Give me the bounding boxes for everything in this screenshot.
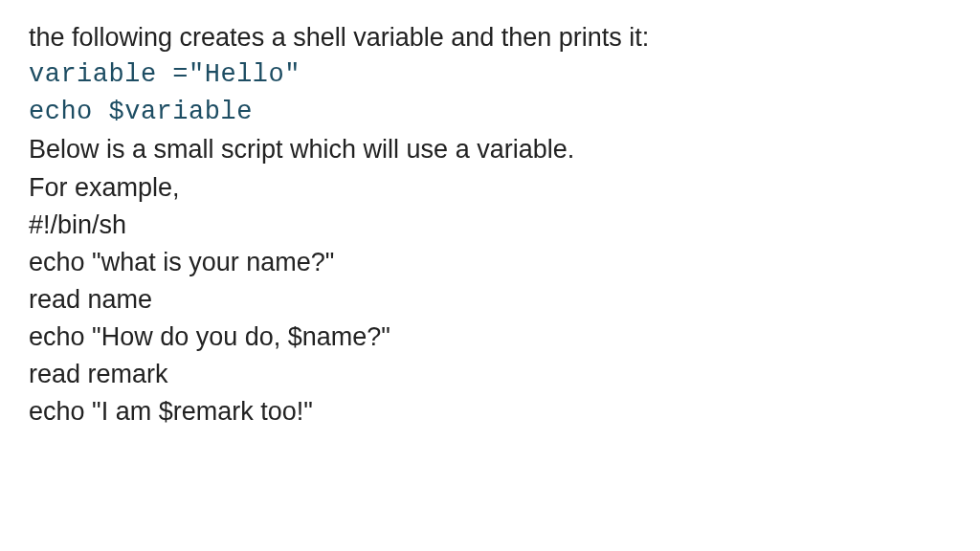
script-echo-remark: echo "I am $remark too!" <box>29 393 951 430</box>
code-variable-assign: variable ="Hello" <box>29 56 951 94</box>
script-read-remark: read remark <box>29 356 951 393</box>
script-echo-greeting: echo "How do you do, $name?" <box>29 319 951 356</box>
for-example-text: For example, <box>29 169 951 207</box>
intro-text: the following creates a shell variable a… <box>29 19 951 56</box>
code-echo-variable: echo $variable <box>29 94 951 131</box>
script-echo-name-prompt: echo "what is your name?" <box>29 244 951 281</box>
script-shebang: #!/bin/sh <box>29 207 951 244</box>
script-read-name: read name <box>29 281 951 319</box>
description-text: Below is a small script which will use a… <box>29 131 951 168</box>
